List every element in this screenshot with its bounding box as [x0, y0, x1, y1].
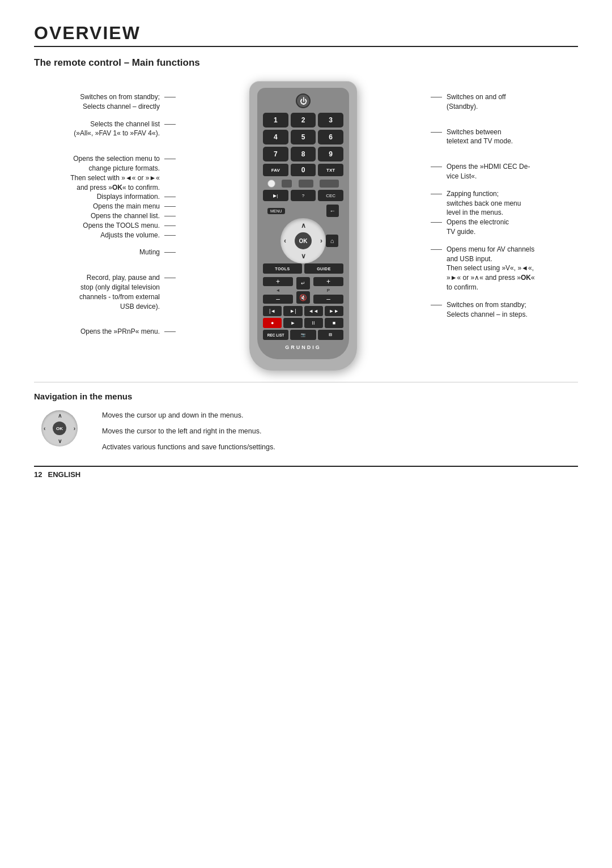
label-channel-list-line	[164, 124, 176, 125]
btn-dot-dark2[interactable]	[299, 180, 313, 188]
btn-4[interactable]: 4	[263, 130, 288, 144]
nav-desc-cursor-updown: Moves the cursor up and down in the menu…	[102, 410, 578, 420]
btn-ch-minus[interactable]: –	[313, 295, 343, 304]
label-hdmi-cec: Opens the »HDMI CEC De-vice List«.	[431, 162, 578, 181]
btn-fwd[interactable]: ►►	[325, 306, 343, 316]
nav-down[interactable]: ∨	[301, 252, 306, 260]
label-standby-off: Switches on and off(Standby).	[431, 92, 578, 112]
dot-row	[263, 180, 343, 188]
label-standby-steps: Switches on from standby;Selects channel…	[431, 300, 578, 320]
btn-pause[interactable]: II	[304, 318, 323, 328]
nav-left[interactable]: ‹	[284, 237, 286, 245]
label-tools: Opens the TOOLS menu.	[34, 221, 176, 231]
grundig-logo: GRUNDIG	[263, 344, 343, 350]
nav-section-bottom: Navigation in the menus ∧ ∨ ‹ › OK Moves…	[34, 382, 578, 452]
label-standby-on-text: Switches on from standby;Selects channel…	[34, 92, 164, 112]
btn-5[interactable]: 5	[291, 130, 316, 144]
btn-6[interactable]: 6	[318, 130, 343, 144]
mini-nav-up[interactable]: ∧	[58, 412, 62, 419]
btn-vol-plus[interactable]: +	[263, 277, 293, 286]
btn-dot-white[interactable]	[267, 180, 275, 188]
btn-dot-dark[interactable]	[282, 180, 292, 188]
btn-rec-list[interactable]: REC LIST	[263, 330, 288, 340]
btn-cec[interactable]: CEC	[318, 190, 343, 201]
mini-nav-left[interactable]: ‹	[44, 426, 45, 432]
btn-stop[interactable]: ■	[325, 318, 343, 328]
btn-camera[interactable]: 📷	[290, 330, 316, 340]
label-record-line	[164, 278, 176, 278]
nav-right[interactable]: ›	[320, 237, 322, 245]
btn-guide[interactable]: GUIDE	[304, 263, 343, 274]
nav-bottom-content: ∧ ∨ ‹ › OK Moves the cursor up and down …	[34, 410, 578, 452]
nav-descriptions: Moves the cursor up and down in the menu…	[102, 410, 578, 452]
mini-ok-btn[interactable]: OK	[53, 422, 66, 435]
btn-fav[interactable]: FAV	[263, 164, 288, 176]
btn-question[interactable]: ?	[291, 190, 316, 201]
transport-row: |◄ ►| ◄◄ ►►	[263, 306, 343, 316]
nav-circle-row: ∧ ∨ ‹ › OK ⌂	[263, 218, 343, 263]
power-button[interactable]: ⏻	[296, 93, 311, 108]
label-prnp-text: Opens the »PRnP« menu.	[34, 327, 164, 337]
play-row: ● ► II ■	[263, 318, 343, 328]
btn-home-actual[interactable]: ⌂	[326, 235, 338, 247]
label-volume: Adjusts the volume.	[34, 231, 176, 240]
btn-vol-minus[interactable]: –	[263, 295, 293, 304]
btn-prev[interactable]: |◄	[263, 306, 282, 316]
label-zapping-line	[431, 194, 442, 194]
label-channel-list-text: Selects the channel list(»All«, »FAV 1« …	[34, 120, 164, 139]
btn-8[interactable]: 8	[291, 147, 316, 161]
label-muting-line	[164, 252, 176, 253]
info-row: ▶| ? CEC	[263, 190, 343, 201]
btn-9[interactable]: 9	[318, 147, 343, 161]
label-teletext: Switches betweenteletext and TV mode.	[431, 127, 578, 147]
btn-3[interactable]: 3	[318, 113, 343, 127]
btn-info[interactable]: ▶|	[263, 190, 288, 201]
nav-up[interactable]: ∧	[301, 222, 306, 229]
label-av-channels: Opens menu for AV channelsand USB input.…	[431, 245, 578, 292]
labels-right: Switches on and off(Standby). Switches b…	[425, 81, 578, 319]
label-av-channels-text: Opens menu for AV channelsand USB input.…	[442, 245, 578, 292]
label-channel-list2: Opens the channel list.	[34, 211, 176, 221]
label-prnp-line	[164, 331, 176, 332]
btn-tools[interactable]: TOOLS	[263, 263, 302, 274]
channel-col: + P –	[313, 277, 343, 304]
footer-language: ENGLISH	[48, 470, 80, 479]
btn-next[interactable]: ►|	[283, 306, 302, 316]
btn-back[interactable]: ←	[326, 205, 339, 217]
btn-source[interactable]: ↵	[296, 277, 310, 290]
label-hdmi-cec-line	[431, 167, 442, 167]
btn-dot-dark3[interactable]	[320, 180, 339, 188]
btn-menu[interactable]: MENU	[267, 208, 285, 214]
label-zapping-text: Zapping function;switches back one menul…	[442, 189, 578, 218]
footer: 12 ENGLISH	[34, 466, 578, 479]
label-zapping: Zapping function;switches back one menul…	[431, 189, 578, 218]
label-av-channels-line	[431, 249, 442, 250]
label-prnp: Opens the »PRnP« menu.	[34, 327, 176, 337]
btn-ch-plus[interactable]: +	[313, 277, 343, 286]
btn-txt[interactable]: TXT	[318, 164, 343, 176]
btn-1[interactable]: 1	[263, 113, 288, 127]
label-volume-line	[164, 235, 176, 236]
btn-subtitle[interactable]: ⊟	[318, 330, 343, 340]
label-muting: Muting	[34, 248, 176, 257]
label-teletext-line	[431, 132, 442, 133]
label-channel-list: Selects the channel list(»All«, »FAV 1« …	[34, 120, 176, 139]
btn-ok[interactable]: OK	[295, 232, 312, 249]
btn-2[interactable]: 2	[291, 113, 316, 127]
btn-mute[interactable]: 🔇	[296, 291, 310, 304]
mini-nav-right[interactable]: ›	[74, 426, 75, 432]
footer-page-number: 12	[34, 470, 42, 479]
rec-row: REC LIST 📷 ⊟	[263, 330, 343, 340]
label-muting-text: Muting	[34, 248, 164, 257]
vol-ch-section: + ◄ – ↵ 🔇 + P –	[263, 277, 343, 304]
btn-play[interactable]: ►	[283, 318, 302, 328]
power-row: ⏻	[263, 93, 343, 108]
mini-nav-down[interactable]: ∨	[58, 438, 62, 444]
btn-rew[interactable]: ◄◄	[304, 306, 323, 316]
btn-0[interactable]: 0	[291, 164, 316, 176]
remote-inner: ⏻ 1 2 3 4 5 6 7 8 9 FAV 0	[257, 88, 349, 359]
label-tools-text: Opens the TOOLS menu.	[34, 221, 164, 231]
btn-rec[interactable]: ●	[263, 318, 282, 328]
btn-7[interactable]: 7	[263, 147, 288, 161]
label-tools-line	[164, 225, 176, 226]
